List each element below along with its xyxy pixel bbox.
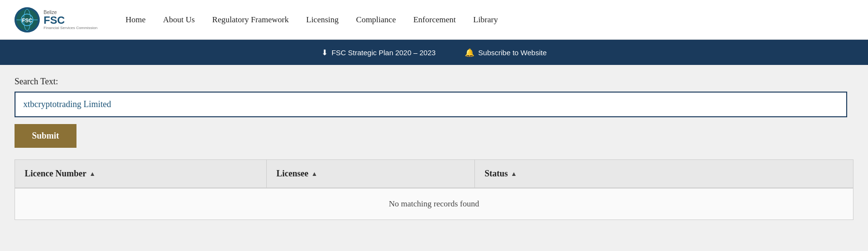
logo[interactable]: FSC Belize FSC Financial Services Commis…	[15, 7, 97, 32]
banner: ⬇ FSC Strategic Plan 2020 – 2023 🔔 Subsc…	[0, 40, 868, 65]
search-input[interactable]	[15, 92, 847, 117]
nav-item-licensing[interactable]: Licensing	[298, 10, 348, 30]
nav-item-home[interactable]: Home	[117, 10, 154, 30]
results-table: Licence Number ▲ Licensee ▲ Status ▲ No …	[15, 159, 853, 220]
nav-item-compliance[interactable]: Compliance	[348, 10, 405, 30]
logo-subtitle: Financial Services Commission	[44, 26, 97, 30]
nav-item-regulatory-framework[interactable]: Regulatory Framework	[203, 10, 297, 30]
search-input-wrapper	[15, 92, 847, 117]
strategic-plan-link[interactable]: ⬇ FSC Strategic Plan 2020 – 2023	[321, 48, 436, 57]
th-status-label: Status	[485, 169, 508, 179]
licensee-sort-arrow: ▲	[311, 170, 318, 178]
nav-item-enforcement[interactable]: Enforcement	[405, 10, 465, 30]
status-sort-arrow: ▲	[511, 170, 517, 178]
nav-item-about-us[interactable]: About Us	[154, 10, 204, 30]
th-licence-label: Licence Number	[25, 169, 86, 179]
bell-icon: 🔔	[465, 48, 474, 57]
table-header: Licence Number ▲ Licensee ▲ Status ▲	[15, 160, 853, 188]
logo-circle: FSC	[15, 7, 40, 32]
svg-text:FSC: FSC	[22, 17, 32, 23]
th-status[interactable]: Status ▲	[475, 160, 853, 188]
strategic-plan-label: FSC Strategic Plan 2020 – 2023	[332, 48, 436, 57]
submit-button[interactable]: Submit	[15, 124, 76, 148]
subscribe-label: Subscribe to Website	[478, 48, 547, 57]
main-content: Search Text: Submit Licence Number ▲ Lic…	[0, 65, 868, 220]
th-licensee-label: Licensee	[276, 169, 308, 179]
nav-bar: FSC Belize FSC Financial Services Commis…	[0, 0, 868, 40]
logo-fsc: FSC	[44, 15, 97, 26]
subscribe-link[interactable]: 🔔 Subscribe to Website	[465, 48, 547, 57]
search-label: Search Text:	[15, 77, 853, 87]
logo-text: Belize FSC Financial Services Commission	[44, 10, 97, 30]
nav-item-library[interactable]: Library	[465, 10, 507, 30]
download-icon: ⬇	[321, 48, 328, 57]
licence-sort-arrow: ▲	[89, 170, 95, 178]
th-licensee[interactable]: Licensee ▲	[267, 160, 475, 188]
th-licence-number[interactable]: Licence Number ▲	[15, 160, 267, 188]
no-records-message: No matching records found	[15, 188, 853, 220]
nav-links: Home About Us Regulatory Framework Licen…	[117, 10, 506, 30]
